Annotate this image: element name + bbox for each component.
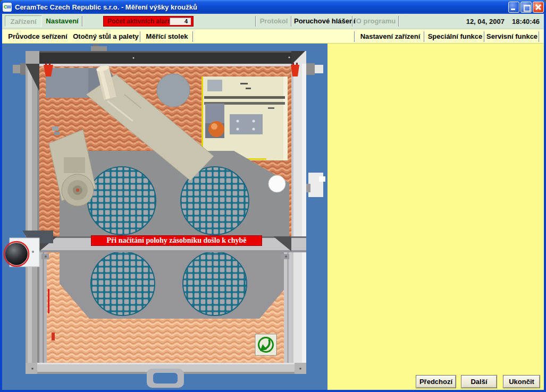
tab-nastaveni-zarizeni[interactable]: Nastavení zařízení [358,31,423,42]
content-panel: Předchozí Další Ukončit [327,44,544,390]
separator [352,16,353,27]
time-label: 18:40:46 [512,18,540,25]
separator [192,31,194,42]
measuring-table [201,76,288,160]
menu-item-protokol[interactable]: Protokol [259,15,289,27]
datetime-display: 12, 04, 200718:40:46 [466,16,540,27]
tab-otocny-stul-a-palety[interactable]: Otočný stůl a palety [72,31,139,42]
maximize-button[interactable] [520,2,532,13]
tab-pruvodce-serizeni[interactable]: Průvodce seřízení [5,31,71,42]
red-marker-line [48,289,49,313]
tab-servisni-funkce[interactable]: Servisní funkce [486,31,537,42]
quit-button[interactable]: Ukončit [503,375,540,388]
footer-buttons: Předchozí Další Ukončit [416,375,540,388]
separator [539,31,540,42]
minimize-button[interactable] [508,2,519,13]
locating-hole [268,175,285,192]
window-controls [508,2,544,13]
close-button[interactable] [533,2,544,13]
error-message-bar: Při načítání polohy zásobníku došlo k ch… [91,235,262,246]
app-icon: CW [3,3,12,12]
menu-item-nastaveni[interactable]: Nastavení [44,15,80,27]
title-bar: CW CeramTec Czech Republic s.r.o. - Měře… [0,0,546,14]
separator [484,31,485,42]
separator [255,16,256,27]
tab-bar: Průvodce seřízení Otočný stůl a palety M… [2,29,544,44]
right-mount-bracket [306,63,323,75]
next-button[interactable]: Další [461,375,497,388]
right-side-bracket [306,173,325,197]
main-area: Při načítání polohy zásobníku došlo k ch… [2,44,544,390]
window-title: CeramTec Czech Republic s.r.o. - Měření … [15,3,508,11]
red-marker-small [52,333,55,340]
separator [354,31,355,42]
confirm-icon[interactable] [255,334,276,355]
tab-merici-stolek[interactable]: Měřící stolek [142,31,191,42]
app-window: CW CeramTec Czech Republic s.r.o. - Měře… [0,0,546,392]
alarm-label: Počet aktivních alarmů [107,16,177,26]
separator [424,31,425,42]
alarm-counter: Počet aktivních alarmů 4 [103,16,194,27]
pallet-grid-1 [88,167,156,235]
separator [291,16,292,27]
menu-item-o-programu[interactable]: O programu [355,15,397,27]
gray-disc [157,74,190,107]
date-label: 12, 04, 2007 [466,18,505,25]
separator [140,31,141,42]
separator [398,16,399,27]
alarm-count-field: 4 [170,18,191,25]
menu-item-poruchove-hlaseni[interactable]: Poruchové hlášení [294,15,350,27]
menu-bar: Zařízení Nastavení Počet aktivních alarm… [2,14,544,29]
frame-top-bar [26,51,305,64]
pallet-grid-3 [91,252,155,316]
top-tab [91,46,107,52]
menu-item-zarizeni[interactable]: Zařízení [5,15,42,27]
tab-specialni-funkce[interactable]: Speciální funkce [427,31,483,42]
machine-view: Při načítání polohy zásobníku došlo k ch… [2,44,327,390]
machine-top-view-graphic [2,44,327,390]
door-handle [147,369,184,388]
previous-button[interactable]: Předchozí [416,375,456,388]
separator [82,16,83,27]
pallet-grid-4 [183,252,247,316]
